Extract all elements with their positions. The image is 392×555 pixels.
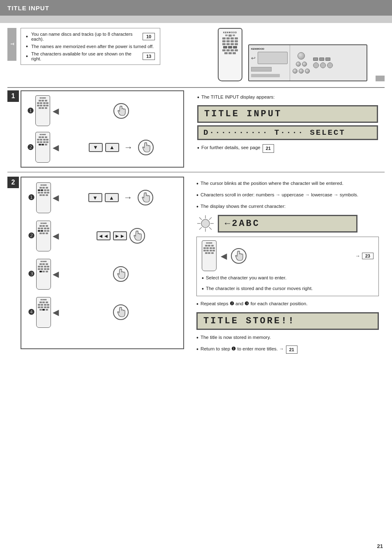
remote-btn-row-6 bbox=[222, 49, 238, 51]
remote-btn-17 bbox=[235, 49, 238, 51]
lcd-select-display: D·········· T···· SELECT bbox=[197, 125, 378, 140]
unit-slot2 bbox=[251, 74, 280, 77]
remote-control-image: KENWOOD bbox=[218, 28, 242, 81]
step2-final-text-2: Return to step ❶ to enter more titles. → bbox=[201, 345, 284, 352]
step2-left: 2 ❶ KENWD bbox=[7, 177, 184, 357]
step1-down-btn[interactable]: ▼ bbox=[89, 143, 103, 152]
section-divider bbox=[7, 87, 385, 88]
unit-buttons bbox=[313, 58, 333, 68]
info-text-1: You can name discs and tracks (up to 8 c… bbox=[31, 32, 139, 41]
step1-sub-num-2: ❷ bbox=[27, 143, 34, 152]
step2-bullet-3: • bbox=[196, 203, 198, 210]
remote-btn-13 bbox=[235, 43, 238, 45]
lcd-title-store: TITLE STORE!! bbox=[196, 312, 379, 330]
sunburst-icon bbox=[196, 214, 214, 233]
page-ref-1: 10 bbox=[143, 33, 155, 40]
step2-inner-box: KENWD ◀ → 23 bbox=[196, 237, 379, 296]
step1-arrow-right: → bbox=[124, 142, 133, 153]
step2-mini-brand-1: KENWD bbox=[40, 184, 46, 186]
step2-page-ref: 21 bbox=[286, 345, 297, 354]
step2-sub2: ❷ KENWD ◀ ◄◄ bbox=[28, 221, 177, 251]
step2-after-text-1: Repeat steps ❷ and ❸ for each character … bbox=[201, 300, 307, 307]
step1-left-arrow-1: ◀ bbox=[53, 106, 59, 116]
step1-sub-num-1: ❶ bbox=[27, 106, 34, 115]
step2-arrow-btns-1[interactable]: ▼ ▲ bbox=[88, 193, 119, 202]
step2-final-text-1: The title is now stored in memory. bbox=[201, 334, 271, 341]
remote-btn-10 bbox=[222, 43, 226, 45]
step2-next-btn[interactable]: ►► bbox=[113, 231, 127, 240]
step2-lr-btns[interactable]: ◄◄ ►► bbox=[97, 231, 127, 240]
side-tab: T bbox=[7, 28, 16, 61]
step1-up-btn[interactable]: ▲ bbox=[105, 143, 119, 152]
step2-left-arrow-4: ◀ bbox=[53, 307, 59, 317]
step1-arrow-btns[interactable]: ▼ ▲ bbox=[89, 143, 119, 152]
step2-prev-btn[interactable]: ◄◄ bbox=[97, 231, 111, 240]
remote-btn-sm-1 bbox=[225, 35, 228, 36]
step2-hand-2 bbox=[129, 228, 145, 244]
step2-lcd-char-row: ←2ABC bbox=[196, 214, 379, 233]
step1-mini-remote-1: KENWD bbox=[35, 95, 50, 126]
step2-after-note-1: • Repeat steps ❷ and ❸ for each characte… bbox=[196, 300, 379, 308]
step2-up-btn[interactable]: ▲ bbox=[105, 193, 119, 202]
step2-mini-brand-2: KENWD bbox=[40, 222, 46, 224]
step2-number: 2 bbox=[12, 179, 15, 186]
info-text-2: The names are memorized even after the p… bbox=[31, 44, 154, 49]
page-number-text: 21 bbox=[377, 543, 383, 549]
step2-down-btn[interactable]: ▼ bbox=[88, 193, 102, 202]
remote-btn-7 bbox=[226, 40, 230, 42]
bullet-icon-2: • bbox=[26, 44, 28, 49]
step2-bullet-1: • bbox=[196, 180, 198, 187]
remote-btn-19 bbox=[228, 52, 232, 54]
remote-btn-14 bbox=[222, 49, 226, 51]
page-header-title: TITLE INPUT bbox=[7, 5, 49, 12]
page-number: 21 bbox=[377, 543, 383, 549]
step1-row: 1 ❶ KENWD bbox=[7, 90, 385, 168]
unit-circle-btn-1 bbox=[313, 62, 319, 68]
remote-btn-4 bbox=[231, 37, 234, 39]
unit-left-panel: KENWOOD ↩ bbox=[249, 45, 290, 81]
gray-indicator bbox=[376, 76, 385, 81]
step2-gesture-4 bbox=[65, 304, 177, 320]
unit-btn-3 bbox=[325, 58, 330, 61]
sub-header-bar bbox=[0, 16, 392, 23]
svg-line-7 bbox=[199, 227, 202, 230]
step2-hand-3 bbox=[113, 266, 129, 282]
step2-after-bullet-1: • bbox=[196, 300, 198, 308]
knob-2 bbox=[296, 62, 301, 67]
step2-mini-brand-4: KENWD bbox=[40, 299, 46, 301]
info-row-3: • The characters available for use are s… bbox=[26, 51, 155, 61]
mini-remote-brand-2: KENWD bbox=[39, 134, 46, 136]
step2-left-arrow-1: ◀ bbox=[53, 193, 59, 203]
remote-btn-row-2 bbox=[222, 37, 238, 39]
step1-left-arrow-2: ◀ bbox=[53, 143, 59, 152]
remote-btn-lg-1 bbox=[223, 46, 227, 48]
remote-btn-2 bbox=[222, 37, 226, 39]
knob-3 bbox=[302, 62, 307, 67]
knob-5 bbox=[299, 69, 304, 74]
lcd-title-input: TITLE INPUT bbox=[197, 105, 378, 123]
unit-btn-2 bbox=[319, 58, 324, 61]
step2-final-bullet-1: • bbox=[196, 334, 198, 341]
step2-sub-num-3: ❸ bbox=[28, 269, 35, 279]
remote-btn-row-4 bbox=[222, 43, 238, 45]
remote-btn-row-3 bbox=[222, 40, 238, 42]
step2-gesture-2: ◄◄ ►► bbox=[65, 228, 177, 244]
remote-btn-18 bbox=[224, 52, 228, 54]
knob-4 bbox=[293, 69, 297, 74]
step1-bullet-2: • bbox=[197, 144, 199, 152]
bullet-icon-3: • bbox=[26, 53, 28, 59]
step2-final-note-2: • Return to step ❶ to enter more titles.… bbox=[196, 345, 379, 354]
page-header: TITLE INPUT bbox=[0, 0, 392, 16]
unit-circle-btn-3 bbox=[327, 62, 333, 68]
unit-slot bbox=[251, 67, 272, 71]
remote-btn-16 bbox=[231, 49, 234, 51]
remote-btn-row-5 bbox=[223, 46, 237, 48]
info-text-3: The characters available for use are sho… bbox=[31, 51, 139, 61]
cd-unit-image: KENWOOD ↩ bbox=[248, 44, 367, 81]
step1-lcd-group: TITLE INPUT D·········· T···· SELECT bbox=[197, 105, 378, 140]
step1-note-text-1: The TITLE INPUT display appears: bbox=[201, 94, 275, 101]
step1-note-2: • For further details, see page 21 bbox=[197, 144, 378, 153]
step2-note-text-2: Characters scroll in order: numbers → up… bbox=[201, 191, 358, 198]
unit-display bbox=[258, 52, 288, 64]
unit-btn-1 bbox=[313, 58, 318, 61]
